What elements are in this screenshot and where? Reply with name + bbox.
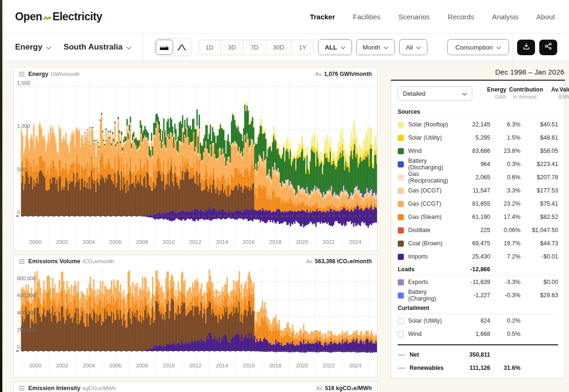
legend-summary: Net350,811Renewables111,12631.6% [398, 344, 558, 375]
series-label: Gas (CCGT) [408, 200, 441, 207]
range-button-1d[interactable]: 1D [199, 40, 221, 55]
series-swatch [398, 201, 404, 207]
chart-menu-icon[interactable] [19, 257, 25, 266]
share-button[interactable] [539, 40, 557, 55]
series-avvalue: $75.41 [523, 200, 558, 207]
series-swatch [398, 135, 404, 141]
legend-panel: Dec 1998 – Jan 2026 Detailed Energy GWh [391, 67, 565, 392]
chart-type-toggle [154, 38, 192, 56]
chart-menu-icon[interactable] [19, 384, 25, 392]
chevron-down-icon [384, 44, 388, 51]
svg-text:2008: 2008 [136, 239, 148, 245]
series-avvalue: $223.41 [523, 161, 558, 167]
series-avvalue: -$0.01 [523, 253, 558, 260]
legend-row[interactable]: Distillate2250.06%$1,047.50 [398, 224, 558, 237]
share-icon [544, 42, 552, 52]
range-all-dropdown[interactable]: ALL [318, 39, 351, 55]
legend-row[interactable]: Gas (Reciprocating)2,0650.6%$207.78 [398, 171, 558, 184]
series-avvalue: $0.00 [523, 279, 558, 285]
legend-row[interactable]: Gas (CCGT)81,65523.2%$75.41 [398, 197, 558, 210]
nav-item-records[interactable]: Records [448, 13, 474, 21]
svg-text:2022: 2022 [323, 363, 335, 368]
legend-card: Detailed Energy GWh Contribution to dema… [391, 80, 565, 379]
energy-chart[interactable]: 1,5001,000500020002002200420062008201020… [14, 81, 377, 250]
series-avvalue: $40.51 [523, 121, 558, 128]
nav-item-facilities[interactable]: Facilities [353, 13, 380, 21]
chart-menu-icon[interactable] [19, 70, 25, 78]
series-energy: 69,475 [459, 240, 490, 247]
series-energy: -11,639 [459, 279, 490, 285]
logo[interactable]: Open Electricity [15, 9, 102, 24]
dash-swatch [398, 354, 405, 356]
legend-row[interactable]: Wind1,6680.5% [398, 327, 558, 341]
legend-row[interactable]: Coal (Brown)69,47519.7%$44.73 [398, 237, 558, 250]
series-avvalue: $207.78 [523, 174, 558, 181]
metric-picker[interactable]: Energy [15, 42, 51, 52]
series-avvalue: $44.73 [523, 240, 558, 247]
svg-text:2004: 2004 [83, 363, 95, 368]
chart-title: Emissions Volume [28, 258, 80, 265]
series-avvalue: $48.61 [523, 134, 558, 141]
stacked-area-chart-icon[interactable] [156, 40, 173, 55]
legend-row[interactable]: Battery (Discharging)9640.3%$223.41 [398, 158, 558, 171]
series-energy: -1,227 [459, 292, 490, 299]
series-swatch [398, 331, 404, 337]
nav-item-scenarios[interactable]: Scenarios [398, 13, 430, 21]
series-contribution: 1.5% [493, 134, 520, 141]
region-picker[interactable]: South Australia [64, 42, 132, 52]
main-menu: TrackerFacilitiesScenariosRecordsAnalysi… [310, 13, 555, 21]
intensity-chart-card: Emission Intensity kgCO₂e/MWh Av.516 kgC… [13, 381, 377, 392]
svg-text:2004: 2004 [83, 239, 95, 245]
series-label: Solar (Utility) [408, 317, 442, 324]
svg-text:2016: 2016 [243, 363, 255, 368]
nav-item-about[interactable]: About [536, 13, 555, 21]
column-header-avvalue: Av.Value $/MWh [539, 86, 569, 100]
chart-average: Av.516 kgCO₂e/MWh [316, 385, 372, 392]
filter-dropdown[interactable]: All [399, 39, 427, 55]
view-dropdown[interactable]: Consumption [447, 39, 509, 55]
download-button[interactable] [517, 40, 535, 55]
legend-row[interactable]: Solar (Rooftop)22,1456.3%$40.51 [398, 118, 558, 131]
range-button-1y[interactable]: 1Y [292, 40, 313, 55]
nav-item-tracker[interactable]: Tracker [310, 13, 335, 21]
legend-row[interactable]: Solar (Utility)8240.2% [398, 314, 558, 327]
legend-row[interactable]: Solar (Utility)5,2951.5%$48.61 [398, 131, 558, 144]
series-swatch [398, 227, 404, 234]
region-picker-label: South Australia [64, 42, 123, 52]
series-contribution: 0.06% [493, 227, 520, 234]
legend-row[interactable]: Imports25,4307.2%-$0.01 [398, 250, 558, 263]
svg-text:600,000: 600,000 [17, 292, 36, 298]
svg-text:1,500: 1,500 [17, 81, 30, 86]
view-mode-select[interactable]: Detailed [398, 86, 472, 101]
series-swatch [398, 214, 404, 220]
svg-text:2024: 2024 [349, 239, 361, 245]
chevron-down-icon [46, 43, 51, 52]
svg-text:2016: 2016 [243, 239, 255, 245]
emissions-chart[interactable]: 800,000600,000400,000200,000020002002200… [14, 267, 377, 377]
series-swatch [398, 175, 404, 181]
series-label: Gas (Steam) [408, 214, 442, 220]
legend-sections: SourcesSolar (Rooftop)22,1456.3%$40.51So… [398, 106, 558, 341]
series-contribution: 6.3% [493, 121, 520, 128]
toolbar-divider [512, 33, 513, 61]
emissions-chart-card: Emissions Volume tCO₂e/month Av.563,398 … [13, 255, 377, 377]
series-energy: 964 [459, 161, 490, 167]
series-energy: 22,145 [459, 121, 490, 128]
interval-dropdown[interactable]: Month [356, 39, 395, 55]
line-chart-icon[interactable] [173, 40, 191, 55]
svg-text:2010: 2010 [163, 363, 175, 368]
chart-units: tCO₂e/month [83, 259, 114, 264]
range-button-7d[interactable]: 7D [243, 40, 266, 55]
range-button-30d[interactable]: 30D [266, 40, 292, 55]
legend-row[interactable]: Gas (Steam)61,19017.4%$82.52 [398, 210, 558, 224]
legend-row[interactable]: Gas (OCGT)11,5473.3%$177.53 [398, 184, 558, 197]
series-swatch [398, 254, 404, 260]
legend-row[interactable]: Battery (Charging)-1,227-0.3%$29.63 [398, 289, 558, 302]
legend-row[interactable]: Wind83,68623.8%$58.05 [398, 144, 558, 158]
summary-row-renewables: Renewables111,12631.6% [398, 361, 558, 375]
dash-swatch [398, 367, 405, 369]
legend-row[interactable]: Exports-11,639-3.3%$0.00 [398, 275, 558, 289]
range-button-3d[interactable]: 3D [221, 40, 243, 55]
series-contribution: 0.6% [493, 174, 520, 181]
nav-item-analysis[interactable]: Analysis [492, 13, 519, 21]
